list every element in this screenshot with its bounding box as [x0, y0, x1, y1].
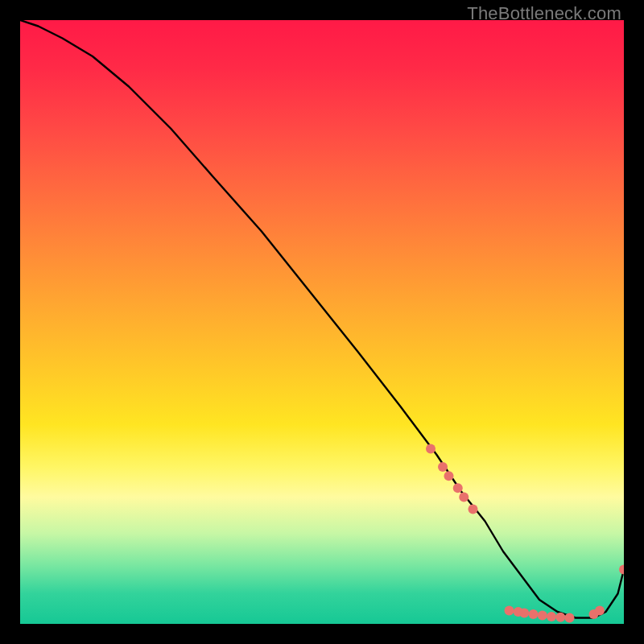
chart-marker-dot: [438, 462, 448, 472]
chart-markers: [426, 444, 624, 623]
chart-marker-dot: [469, 505, 478, 514]
chart-marker-dot: [529, 609, 539, 619]
chart-marker-dot: [595, 606, 605, 616]
chart-marker-dot: [538, 611, 547, 621]
chart-marker-dot: [426, 444, 436, 454]
chart-overlay-svg: [20, 20, 624, 624]
chart-marker-dot: [565, 613, 575, 623]
chart-marker-dot: [444, 471, 454, 481]
chart-marker-dot: [555, 613, 565, 622]
chart-plot-area: [20, 20, 624, 624]
chart-marker-dot: [547, 612, 556, 621]
chart-marker-dot: [505, 606, 514, 616]
chart-marker-dot: [619, 565, 624, 575]
chart-curve: [20, 20, 624, 618]
chart-marker-dot: [519, 609, 529, 618]
chart-marker-dot: [453, 483, 463, 493]
watermark-label: TheBottleneck.com: [467, 3, 621, 24]
chart-marker-dot: [459, 493, 469, 502]
chart-frame: TheBottleneck.com: [0, 0, 644, 644]
